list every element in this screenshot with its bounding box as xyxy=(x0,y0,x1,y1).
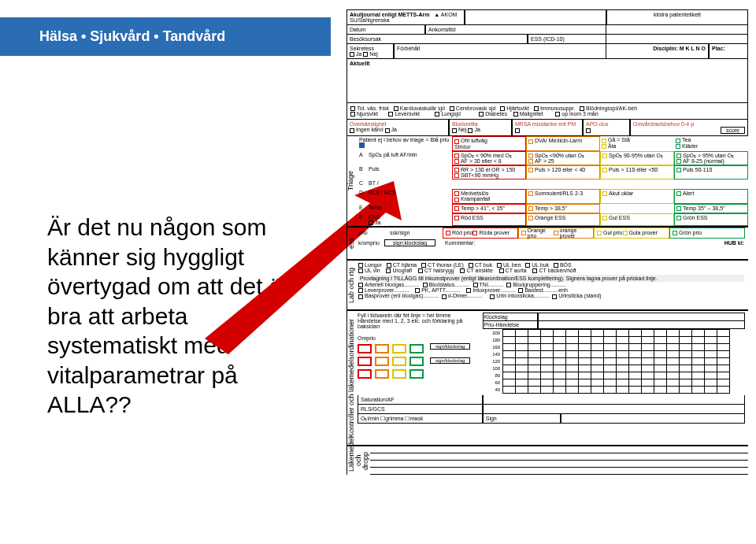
field-forbehall: Förbehåll xyxy=(394,44,606,59)
lab-side: Lab och rtg xyxy=(346,261,356,309)
label-sekretess: Sekretess xyxy=(350,46,374,51)
akutjournal-form: Akutjournal enligt METTS-Arm ▲ AKOM SU/S… xyxy=(346,9,748,475)
field-ankomsttid: Ankomsttid xyxy=(425,25,606,35)
triage-side-label: Triage xyxy=(346,136,358,225)
med-side: Läkemedel och dropp xyxy=(346,446,370,475)
banner-text: Hälsa • Sjukvård • Tandvård xyxy=(39,28,225,44)
label-overkans: Överkänslighet xyxy=(350,121,387,127)
patient-sticker: klistra patientetikett xyxy=(606,10,748,25)
label-disciplin: Disciplin: M K L N O xyxy=(653,46,706,51)
form-title: Akutjournal enligt METTS-Arm xyxy=(350,12,430,17)
section-banner: Hälsa • Sjukvård • Tandvård xyxy=(0,17,331,56)
label-plac: Plac: xyxy=(712,46,725,51)
question-text: Är det nu någon som känner sig hyggligt … xyxy=(47,214,291,417)
process-side: ess xyxy=(346,228,356,259)
field-besoksorsak: Besöksorsak xyxy=(346,35,528,44)
monitor-side: Kontroller och läkemedelsordinationer xyxy=(346,311,356,445)
field-datum: Datum xyxy=(346,25,425,35)
field-ess: ESS (ICD-10) xyxy=(528,35,606,44)
field-aktuellt: Aktuellt xyxy=(346,59,748,103)
slide-question: Är det nu någon som känner sig hyggligt … xyxy=(47,213,299,420)
vital-grid: 200 180 160 140 120 100 80 60 40 xyxy=(483,329,731,394)
